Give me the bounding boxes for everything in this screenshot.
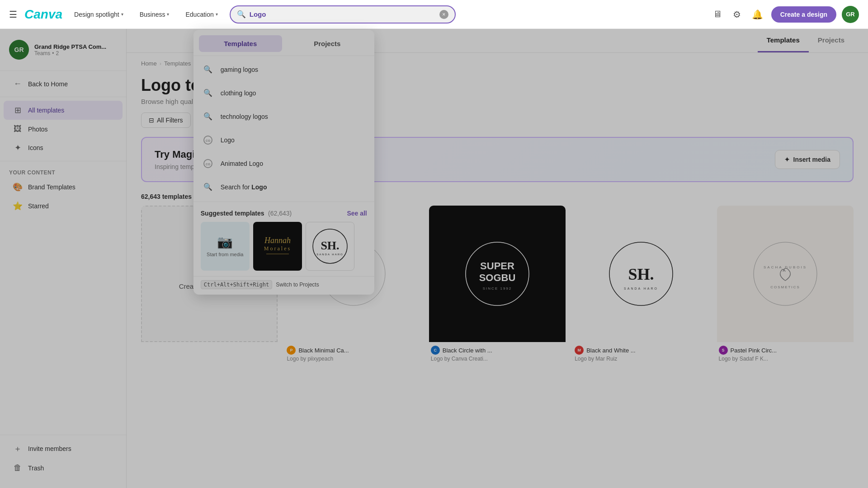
user-avatar[interactable]: GR bbox=[842, 6, 859, 23]
suggestion-gaming-logos[interactable]: 🔍 gaming logos bbox=[193, 58, 374, 81]
template-card-4[interactable]: SACHA DUBOIS COSMETICS S Pastel Pink Cir… bbox=[717, 206, 854, 366]
breadcrumb-home[interactable]: Home bbox=[141, 60, 157, 67]
svg-text:SANDA HARO: SANDA HARO bbox=[624, 287, 658, 290]
your-content-label: Your Content bbox=[0, 165, 126, 178]
template-thumb-light[interactable]: SH. SANDA HARO bbox=[306, 222, 354, 271]
back-arrow-icon: ← bbox=[13, 79, 23, 89]
card-name: Pastel Pink Circ... bbox=[731, 347, 777, 354]
sidebar-item-all-templates[interactable]: ⊞ All templates bbox=[4, 101, 123, 120]
card-title-row: M Black and White ... bbox=[575, 346, 708, 355]
card-title-row: P Black Minimal Ca... bbox=[287, 346, 420, 355]
svg-text:co: co bbox=[206, 162, 211, 166]
settings-icon[interactable]: ⚙ bbox=[730, 6, 744, 23]
author-avatar: P bbox=[287, 346, 296, 355]
suggested-header: Suggested templates (62,643) See all bbox=[201, 209, 367, 217]
keyboard-action: Switch to Projects bbox=[276, 282, 319, 288]
tab-templates[interactable]: Templates bbox=[758, 29, 809, 52]
sidebar-user-name: Grand Ridge PTSA Com... bbox=[34, 43, 106, 50]
svg-point-21 bbox=[754, 242, 817, 305]
svg-text:COSMETICS: COSMETICS bbox=[770, 285, 800, 289]
search-wrapper: 🔍 × Templates Projects 🔍 gaming logos 🔍 … bbox=[230, 5, 456, 23]
monitor-icon[interactable]: 🖥 bbox=[710, 6, 725, 22]
card-title-row: C Black Circle with ... bbox=[431, 346, 564, 355]
suggestion-text: gaming logos bbox=[221, 66, 258, 73]
breadcrumb-templates[interactable]: Templates bbox=[164, 60, 191, 67]
search-clear-button[interactable]: × bbox=[439, 10, 448, 19]
create-design-button[interactable]: Create a design bbox=[771, 6, 836, 23]
svg-text:Morales: Morales bbox=[264, 245, 291, 252]
card-title-row: S Pastel Pink Circ... bbox=[719, 346, 852, 355]
author-avatar: C bbox=[431, 346, 440, 355]
card-info-1: P Black Minimal Ca... Logo by piixypeach bbox=[285, 342, 421, 366]
svg-text:SACHA DUBOIS: SACHA DUBOIS bbox=[764, 265, 807, 269]
nav-design-spotlight[interactable]: Design spotlight ▾ bbox=[70, 8, 128, 21]
chevron-down-icon: ▾ bbox=[121, 12, 123, 17]
keyboard-shortcut: Ctrl+Alt+Shift+Right bbox=[201, 280, 273, 289]
suggestion-technology-logos[interactable]: 🔍 technology logos bbox=[193, 105, 374, 128]
svg-text:SUPER: SUPER bbox=[480, 260, 514, 272]
sidebar: GR Grand Ridge PTSA Com... Teams • 2 ← B… bbox=[0, 29, 127, 488]
card-image-3: SH. SANDA HARO bbox=[573, 206, 709, 342]
card-name: Black Minimal Ca... bbox=[298, 347, 349, 354]
sidebar-user: GR Grand Ridge PTSA Com... Teams • 2 bbox=[0, 36, 126, 67]
hamburger-menu[interactable]: ☰ bbox=[9, 9, 17, 20]
search-icon: 🔍 bbox=[237, 10, 246, 19]
chevron-down-icon: ▾ bbox=[216, 12, 218, 17]
all-filters-button[interactable]: ⊟ All Filters bbox=[141, 113, 191, 128]
star-icon: ⭐ bbox=[13, 201, 23, 211]
search-icon: 🔍 bbox=[201, 180, 215, 194]
sidebar-bottom: ＋ Invite members 🗑 Trash bbox=[0, 435, 126, 481]
card-sub: Logo by Mar Ruiz bbox=[575, 356, 708, 362]
top-navigation: ☰ Canva Design spotlight ▾ Business ▾ Ed… bbox=[0, 0, 868, 29]
svg-text:SINCE 1992: SINCE 1992 bbox=[483, 286, 512, 291]
suggestion-logo[interactable]: co Logo bbox=[193, 128, 374, 152]
chevron-down-icon: ▾ bbox=[167, 12, 169, 17]
author-avatar: S bbox=[719, 346, 728, 355]
logo-icon: co bbox=[201, 156, 215, 171]
svg-text:SANDA HARO: SANDA HARO bbox=[316, 253, 343, 256]
search-input[interactable] bbox=[250, 10, 436, 18]
svg-text:co: co bbox=[206, 138, 211, 143]
sidebar-trash[interactable]: 🗑 Trash bbox=[4, 459, 123, 477]
sidebar-item-icons[interactable]: ✦ Icons bbox=[4, 138, 123, 157]
breadcrumb-separator: › bbox=[160, 60, 161, 67]
tab-projects[interactable]: Projects bbox=[809, 29, 854, 52]
card-sub: Logo by piixypeach bbox=[287, 356, 420, 362]
suggestion-search-for-logo[interactable]: 🔍 Search for Logo bbox=[193, 175, 374, 199]
photos-icon: 🖼 bbox=[13, 124, 23, 134]
brand-icon: 🎨 bbox=[13, 182, 23, 192]
dropdown-tab-templates[interactable]: Templates bbox=[199, 35, 282, 52]
template-thumb-dark[interactable]: Hannah Morales bbox=[253, 222, 302, 271]
dropdown-tab-projects[interactable]: Projects bbox=[286, 35, 369, 52]
sidebar-item-brand-templates[interactable]: 🎨 Brand Templates bbox=[4, 178, 123, 197]
svg-text:SOGBU: SOGBU bbox=[479, 272, 516, 283]
sidebar-invite-members[interactable]: ＋ Invite members bbox=[4, 439, 123, 459]
sidebar-item-photos[interactable]: 🖼 Photos bbox=[4, 120, 123, 138]
template-card-2[interactable]: SUPER SOGBU SINCE 1992 C Black Circle wi… bbox=[429, 206, 566, 366]
template-card-3[interactable]: SH. SANDA HARO M Black and White ... Log… bbox=[573, 206, 709, 366]
nav-education[interactable]: Education ▾ bbox=[181, 8, 222, 21]
canva-logo[interactable]: Canva bbox=[24, 7, 62, 22]
sidebar-user-sub: Teams • 2 bbox=[34, 50, 106, 56]
notifications-icon[interactable]: 🔔 bbox=[749, 6, 766, 23]
suggested-title: Suggested templates (62,643) bbox=[201, 209, 292, 217]
sidebar-avatar[interactable]: GR bbox=[9, 40, 29, 60]
sidebar-back-to-home[interactable]: ← Back to Home bbox=[4, 75, 123, 93]
insert-media-button[interactable]: ✦ Insert media bbox=[775, 150, 840, 169]
search-icon: 🔍 bbox=[201, 62, 215, 77]
dropdown-tabs: Templates Projects bbox=[193, 30, 374, 56]
trash-icon: 🗑 bbox=[13, 463, 23, 473]
see-all-link[interactable]: See all bbox=[347, 210, 367, 217]
search-icon: 🔍 bbox=[201, 86, 215, 100]
sidebar-item-starred[interactable]: ⭐ Starred bbox=[4, 197, 123, 216]
insert-media-icon: ✦ bbox=[784, 156, 790, 163]
suggestion-animated-logo[interactable]: co Animated Logo bbox=[193, 152, 374, 175]
sidebar-user-info: Grand Ridge PTSA Com... Teams • 2 bbox=[34, 43, 106, 56]
search-icon: 🔍 bbox=[201, 109, 215, 124]
suggestion-text: clothing logo bbox=[221, 89, 256, 97]
card-image-2: SUPER SOGBU SINCE 1992 bbox=[429, 206, 566, 342]
nav-business[interactable]: Business ▾ bbox=[135, 8, 174, 21]
logo-icon: co bbox=[201, 133, 215, 147]
template-thumb-start-media[interactable]: 📷 Start from media bbox=[201, 222, 250, 271]
suggestion-clothing-logo[interactable]: 🔍 clothing logo bbox=[193, 81, 374, 105]
